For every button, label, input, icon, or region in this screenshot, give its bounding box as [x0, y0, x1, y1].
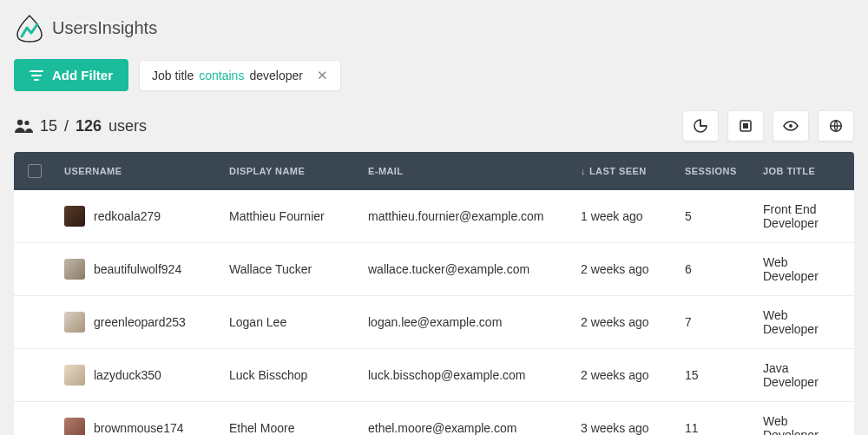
table-row[interactable]: beautifulwolf924Wallace Tuckerwallace.tu…	[14, 243, 854, 296]
cell-display-name: Wallace Tucker	[220, 250, 359, 288]
avatar	[64, 365, 85, 386]
col-email[interactable]: E-MAIL	[359, 154, 572, 188]
col-sessions[interactable]: SESSIONS	[676, 154, 754, 188]
svg-point-4	[789, 124, 792, 128]
col-display-name[interactable]: DISPLAY NAME	[220, 154, 359, 188]
cell-job-title: Front End Developer	[754, 190, 854, 242]
cell-sessions: 11	[676, 409, 754, 435]
cell-email: matthieu.fournier@example.com	[359, 197, 572, 235]
row-check-cell	[14, 204, 56, 228]
row-check-cell	[14, 363, 56, 387]
username-text: beautifulwolf924	[94, 262, 181, 276]
cell-job-title: Web Developer	[754, 243, 854, 295]
globe-icon	[829, 119, 843, 133]
cell-username: greenleopard253	[56, 300, 220, 345]
cell-display-name: Logan Lee	[220, 303, 359, 341]
cell-email: luck.bisschop@example.com	[359, 356, 572, 394]
brand-name: UsersInsights	[52, 18, 157, 38]
svg-point-1	[24, 121, 29, 125]
count-shown: 15	[40, 117, 57, 135]
username-text: redkoala279	[94, 209, 161, 223]
visibility-button[interactable]	[773, 110, 809, 142]
svg-rect-3	[743, 123, 748, 129]
brand-logo-icon	[14, 12, 45, 43]
select-all-checkbox[interactable]	[28, 164, 42, 178]
cell-username: beautifulwolf924	[56, 247, 220, 292]
avatar	[64, 418, 85, 435]
count-total: 126	[76, 117, 102, 135]
cell-last-seen: 2 weeks ago	[572, 356, 676, 394]
cell-last-seen: 1 week ago	[572, 197, 676, 235]
filter-field: Job title	[152, 69, 194, 82]
cell-email: wallace.tucker@example.com	[359, 250, 572, 288]
cell-display-name: Ethel Moore	[220, 409, 359, 435]
cell-sessions: 5	[676, 197, 754, 235]
cell-username: brownmouse174	[56, 405, 220, 435]
cell-job-title: Java Developer	[754, 349, 854, 401]
cell-job-title: Web Developer	[754, 402, 854, 435]
brand-logo: UsersInsights	[14, 12, 157, 43]
col-job-title[interactable]: JOB TITLE	[754, 154, 854, 188]
cell-last-seen: 2 weeks ago	[572, 303, 676, 341]
cell-sessions: 15	[676, 356, 754, 394]
eye-icon	[783, 119, 799, 133]
avatar	[64, 259, 85, 280]
pie-chart-icon	[694, 119, 707, 133]
svg-point-0	[17, 120, 23, 125]
table-header: USERNAME DISPLAY NAME E-MAIL ↓LAST SEEN …	[14, 152, 854, 190]
cell-last-seen: 2 weeks ago	[572, 250, 676, 288]
add-filter-button[interactable]: Add Filter	[14, 59, 128, 91]
cell-job-title: Web Developer	[754, 296, 854, 348]
table-row[interactable]: greenleopard253Logan Leelogan.lee@exampl…	[14, 296, 854, 349]
filter-value: developer	[249, 69, 303, 82]
chart-button[interactable]	[682, 110, 719, 142]
col-last-seen[interactable]: ↓LAST SEEN	[572, 154, 676, 188]
columns-button[interactable]	[727, 110, 764, 142]
table-row[interactable]: lazyduck350Luck Bisschopluck.bisschop@ex…	[14, 349, 854, 402]
row-check-cell	[14, 416, 56, 435]
remove-filter-icon[interactable]: ✕	[317, 68, 328, 83]
username-text: brownmouse174	[94, 421, 184, 435]
row-check-cell	[14, 310, 56, 334]
col-username[interactable]: USERNAME	[56, 154, 220, 188]
cell-username: redkoala279	[56, 194, 220, 239]
filter-icon	[30, 69, 43, 82]
cell-sessions: 7	[676, 303, 754, 341]
cell-email: ethel.moore@example.com	[359, 409, 572, 435]
users-icon	[14, 118, 33, 134]
cell-email: logan.lee@example.com	[359, 303, 572, 341]
columns-icon	[739, 119, 753, 133]
active-filter-chip[interactable]: Job title contains developer ✕	[139, 60, 341, 91]
avatar	[64, 312, 85, 333]
username-text: greenleopard253	[94, 315, 186, 329]
table-body: redkoala279Matthieu Fourniermatthieu.fou…	[14, 190, 854, 435]
cell-sessions: 6	[676, 250, 754, 288]
row-check-cell	[14, 257, 56, 281]
col-last-seen-label: LAST SEEN	[589, 166, 647, 176]
avatar	[64, 206, 85, 227]
table-row[interactable]: brownmouse174Ethel Mooreethel.moore@exam…	[14, 402, 854, 435]
table-row[interactable]: redkoala279Matthieu Fourniermatthieu.fou…	[14, 190, 854, 243]
username-text: lazyduck350	[94, 368, 161, 382]
globe-button[interactable]	[818, 110, 854, 142]
add-filter-label: Add Filter	[52, 68, 113, 82]
user-count: 15 / 126 users	[14, 117, 147, 135]
count-label: users	[108, 117, 147, 135]
cell-username: lazyduck350	[56, 353, 220, 398]
cell-display-name: Matthieu Fournier	[220, 197, 359, 235]
count-sep: /	[64, 117, 69, 135]
select-all-cell	[14, 152, 56, 190]
cell-last-seen: 3 weeks ago	[572, 409, 676, 435]
sort-desc-icon: ↓	[581, 166, 586, 176]
filter-operator: contains	[199, 69, 244, 82]
cell-display-name: Luck Bisschop	[220, 356, 359, 394]
